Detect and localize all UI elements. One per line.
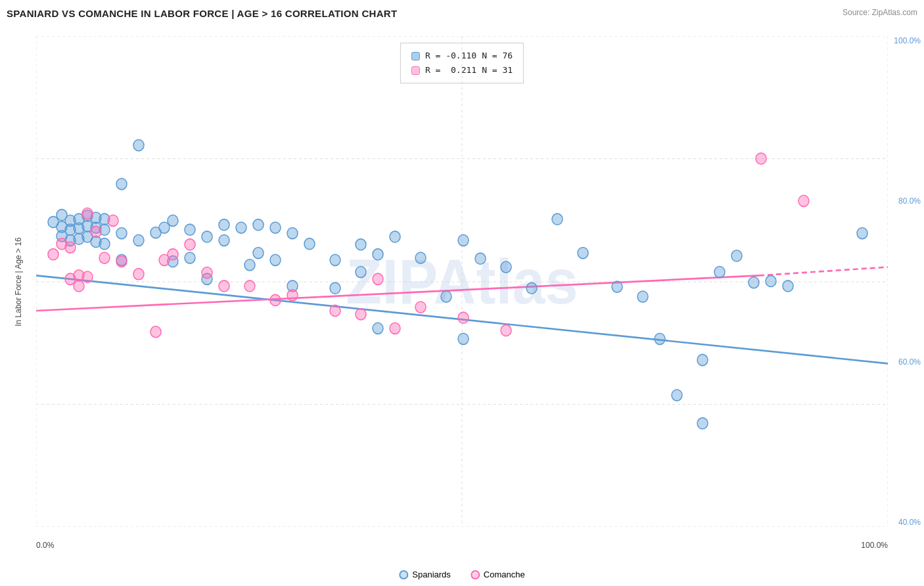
- x-tick-0: 0.0%: [36, 541, 54, 550]
- svg-point-109: [415, 302, 426, 313]
- svg-point-83: [48, 249, 58, 260]
- svg-point-31: [116, 178, 127, 189]
- svg-point-78: [731, 250, 742, 261]
- svg-point-73: [655, 333, 665, 344]
- svg-point-58: [356, 266, 366, 277]
- svg-point-88: [74, 281, 84, 292]
- svg-point-67: [501, 261, 511, 273]
- y-axis-label-wrapper: In Labor Force | Age > 16: [0, 36, 36, 527]
- svg-point-81: [783, 281, 793, 292]
- legend-spaniards-label: Spaniards: [412, 570, 451, 579]
- svg-point-103: [270, 294, 281, 305]
- y-axis-label: In Labor Force | Age > 16: [14, 237, 23, 327]
- svg-point-34: [133, 140, 144, 151]
- svg-point-61: [390, 231, 400, 242]
- svg-point-40: [185, 224, 195, 235]
- svg-point-47: [244, 259, 255, 271]
- svg-point-77: [714, 266, 725, 277]
- chart-container: SPANIARD VS COMANCHE IN LABOR FORCE | AG…: [0, 0, 924, 586]
- chart-legend: Spaniards Comanche: [399, 570, 524, 579]
- svg-point-75: [697, 354, 708, 365]
- svg-point-51: [270, 254, 281, 265]
- svg-point-45: [219, 235, 229, 246]
- svg-point-99: [185, 239, 195, 250]
- svg-point-110: [458, 312, 469, 323]
- svg-point-113: [798, 195, 809, 206]
- svg-point-94: [116, 256, 127, 267]
- svg-point-106: [356, 309, 366, 320]
- svg-point-112: [756, 153, 766, 164]
- svg-point-89: [82, 208, 93, 219]
- svg-point-91: [91, 226, 101, 237]
- svg-point-71: [612, 281, 622, 292]
- svg-point-52: [287, 228, 298, 239]
- svg-point-95: [133, 269, 144, 280]
- svg-point-104: [287, 290, 298, 301]
- chart-title: SPANIARD VS COMANCHE IN LABOR FORCE | AG…: [7, 8, 397, 19]
- svg-point-48: [253, 219, 264, 231]
- svg-line-11: [759, 267, 888, 276]
- svg-point-35: [133, 235, 144, 246]
- svg-point-59: [373, 249, 383, 260]
- legend-comanche: Comanche: [471, 570, 525, 579]
- svg-point-50: [270, 222, 281, 233]
- svg-point-74: [672, 390, 682, 401]
- svg-point-92: [99, 252, 110, 263]
- svg-point-108: [390, 323, 400, 334]
- y-tick-100: 100.0%: [894, 36, 921, 45]
- svg-point-79: [749, 277, 759, 288]
- svg-point-65: [458, 333, 469, 344]
- bottom-axis-labels: 0.0% 100.0%: [36, 541, 888, 550]
- svg-point-60: [373, 323, 383, 334]
- svg-point-56: [330, 282, 340, 294]
- svg-point-96: [150, 327, 161, 338]
- svg-point-100: [202, 267, 212, 279]
- y-tick-60: 60.0%: [894, 357, 921, 367]
- svg-point-64: [458, 235, 469, 246]
- svg-point-32: [116, 228, 127, 239]
- svg-point-62: [415, 252, 426, 263]
- svg-point-93: [108, 215, 118, 226]
- svg-point-55: [330, 254, 340, 265]
- svg-point-49: [253, 248, 264, 259]
- svg-point-111: [501, 325, 511, 336]
- svg-point-44: [219, 219, 229, 231]
- svg-point-98: [168, 249, 178, 260]
- svg-point-85: [65, 242, 76, 253]
- scatter-plot: ZIPAtlas: [36, 36, 888, 527]
- svg-point-107: [373, 273, 383, 284]
- svg-point-105: [330, 305, 340, 316]
- svg-point-101: [219, 281, 229, 292]
- svg-point-69: [552, 214, 563, 225]
- svg-point-72: [637, 291, 648, 302]
- x-tick-100: 100.0%: [861, 541, 888, 550]
- legend-spaniards: Spaniards: [399, 570, 451, 579]
- svg-point-54: [304, 238, 315, 250]
- svg-point-66: [475, 253, 486, 264]
- legend-comanche-label: Comanche: [484, 570, 525, 579]
- svg-point-63: [441, 291, 451, 302]
- legend-dot-spaniards: [399, 570, 408, 579]
- y-tick-80: 80.0%: [894, 196, 921, 206]
- svg-point-57: [356, 239, 366, 250]
- svg-point-102: [244, 281, 255, 292]
- right-axis-labels: 100.0% 80.0% 60.0% 40.0%: [894, 36, 921, 527]
- y-tick-40: 40.0%: [894, 518, 921, 527]
- svg-point-82: [857, 228, 867, 239]
- legend-dot-comanche: [471, 570, 480, 579]
- svg-point-41: [185, 252, 195, 263]
- svg-point-70: [578, 248, 588, 259]
- svg-point-42: [202, 231, 212, 242]
- svg-point-90: [82, 271, 93, 282]
- svg-point-38: [168, 215, 178, 226]
- svg-point-68: [526, 282, 537, 294]
- svg-point-30: [99, 238, 110, 250]
- svg-point-76: [697, 418, 708, 429]
- svg-point-80: [766, 275, 776, 286]
- svg-point-46: [236, 222, 246, 233]
- source-label: Source: ZipAtlas.com: [843, 8, 917, 17]
